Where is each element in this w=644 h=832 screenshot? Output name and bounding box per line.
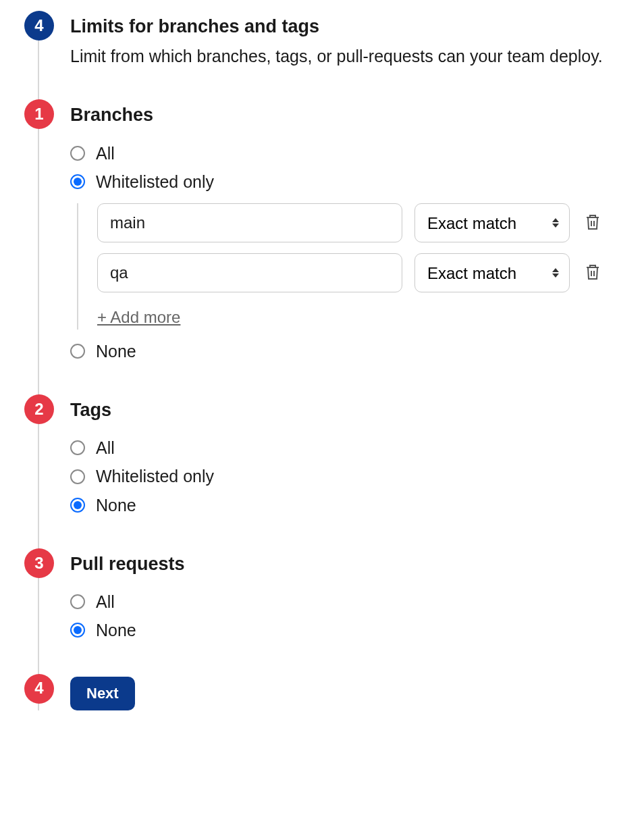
branch-name-input[interactable] <box>97 253 402 292</box>
step-title: Limits for branches and tags <box>70 14 624 40</box>
delete-row-button[interactable] <box>582 261 603 286</box>
tags-radio-all[interactable]: All <box>70 436 624 460</box>
radio-label: Whitelisted only <box>96 464 214 488</box>
step-next: 4 Next <box>39 677 624 710</box>
radio-icon <box>70 344 85 359</box>
step-badge-1: 1 <box>24 99 54 129</box>
add-more-link[interactable]: + Add more <box>97 306 180 330</box>
step-tags: 2 Tags All Whitelisted only None <box>39 397 624 517</box>
radio-icon <box>70 440 85 455</box>
delete-row-button[interactable] <box>582 211 603 236</box>
step-badge-2: 2 <box>24 394 54 424</box>
trash-icon <box>585 263 601 283</box>
whitelist-row: Exact match <box>97 253 624 292</box>
branches-whitelist: Exact match <box>77 203 624 330</box>
whitelist-row: Exact match <box>97 203 624 242</box>
tags-heading: Tags <box>70 397 624 423</box>
branch-name-input[interactable] <box>97 203 402 242</box>
tags-radio-whitelisted[interactable]: Whitelisted only <box>70 464 624 488</box>
match-type-select-wrap: Exact match <box>414 253 570 292</box>
step-limits-header: 4 Limits for branches and tags Limit fro… <box>39 14 624 68</box>
pr-radio-all[interactable]: All <box>70 590 624 614</box>
radio-label: None <box>96 339 136 363</box>
radio-label: All <box>96 590 115 614</box>
branches-heading: Branches <box>70 102 624 128</box>
step-badge-4b: 4 <box>24 674 54 704</box>
radio-icon <box>70 146 85 161</box>
radio-icon <box>70 469 85 484</box>
step-pull-requests: 3 Pull requests All None <box>39 551 624 643</box>
match-type-select[interactable]: Exact match <box>414 203 570 242</box>
pull-requests-heading: Pull requests <box>70 551 624 577</box>
match-type-select[interactable]: Exact match <box>414 253 570 292</box>
trash-icon <box>585 213 601 233</box>
step-description: Limit from which branches, tags, or pull… <box>70 44 617 68</box>
branches-radio-whitelisted[interactable]: Whitelisted only <box>70 170 624 194</box>
match-type-select-wrap: Exact match <box>414 203 570 242</box>
pr-radio-none[interactable]: None <box>70 618 624 642</box>
step-badge-3: 3 <box>24 548 54 578</box>
branches-radio-none[interactable]: None <box>70 339 624 363</box>
radio-label: Whitelisted only <box>96 170 214 194</box>
radio-icon <box>70 174 85 189</box>
radio-label: None <box>96 493 136 517</box>
radio-icon <box>70 498 85 513</box>
tags-radio-none[interactable]: None <box>70 493 624 517</box>
radio-label: None <box>96 618 136 642</box>
next-button[interactable]: Next <box>70 677 135 710</box>
radio-label: All <box>96 436 115 460</box>
radio-label: All <box>96 141 115 165</box>
step-branches: 1 Branches All Whitelisted only Exact ma… <box>39 102 624 363</box>
branches-radio-all[interactable]: All <box>70 141 624 165</box>
step-badge-4: 4 <box>24 11 54 41</box>
radio-icon <box>70 594 85 609</box>
radio-icon <box>70 623 85 638</box>
